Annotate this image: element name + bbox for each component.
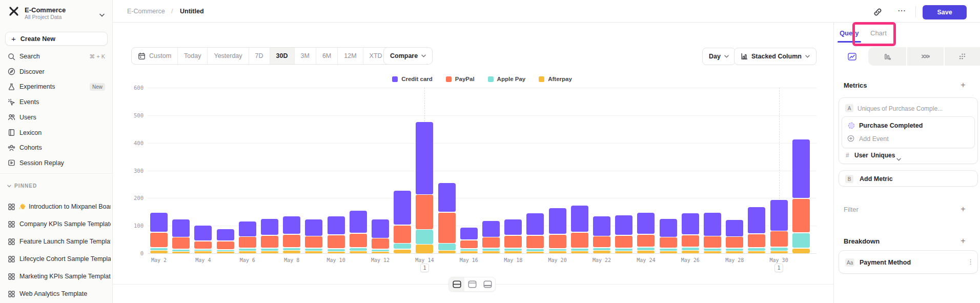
sidebar-item-experiments[interactable]: ExperimentsNew (0, 79, 113, 94)
bar-segment-paypal[interactable] (261, 236, 278, 248)
annotation-badge[interactable]: 1 (420, 264, 429, 272)
bar-segment-apple-pay[interactable] (526, 249, 544, 251)
bar-segment-afterpay[interactable] (726, 251, 743, 253)
bar-segment-paypal[interactable] (770, 231, 788, 247)
sidebar-item-cohorts[interactable]: Cohorts (0, 140, 113, 155)
bar-segment-credit-card[interactable] (660, 219, 677, 237)
bar-segment-apple-pay[interactable] (305, 249, 322, 251)
layout-split-rows-icon[interactable] (449, 277, 464, 291)
bar-segment-apple-pay[interactable] (571, 249, 588, 251)
add-metric-plus-icon[interactable]: + (958, 80, 968, 90)
bar-segment-credit-card[interactable] (593, 216, 610, 235)
breadcrumb-parent[interactable]: E-Commerce (127, 8, 165, 15)
bar-segment-paypal[interactable] (792, 199, 810, 232)
bar-segment-afterpay[interactable] (328, 252, 345, 253)
bar-segment-credit-card[interactable] (394, 191, 411, 225)
bar-segment-paypal[interactable] (660, 237, 677, 248)
pinned-section-header[interactable]: PINNED (7, 183, 37, 189)
add-metric-card[interactable]: B Add Metric (839, 170, 978, 187)
range-3m[interactable]: 3M (294, 48, 316, 64)
pinned-board-item[interactable]: Marketing KPIs Sample Template (0, 269, 113, 284)
bar-segment-afterpay[interactable] (748, 251, 765, 253)
more-options-icon[interactable]: ⋯ (896, 6, 907, 15)
bar-segment-afterpay[interactable] (283, 251, 300, 253)
sidebar-item-discover[interactable]: Discover (0, 65, 113, 79)
bar-segment-afterpay[interactable] (172, 252, 190, 253)
bar-segment-paypal[interactable] (526, 236, 544, 248)
bar-segment-apple-pay[interactable] (748, 248, 765, 251)
compare-button[interactable]: Compare (383, 47, 433, 65)
tab-chart[interactable]: Chart (870, 29, 887, 37)
bar-segment-paypal[interactable] (438, 213, 456, 243)
annotation-badge[interactable]: 1 (774, 264, 783, 272)
bar-segment-paypal[interactable] (748, 234, 765, 247)
agg-type-dropdown[interactable]: Uniques (871, 152, 895, 159)
bar-segment-afterpay[interactable] (504, 251, 522, 253)
bar-segment-credit-card[interactable] (549, 208, 566, 234)
agg-entity-dropdown[interactable]: User (854, 152, 868, 159)
bar-segment-credit-card[interactable] (704, 213, 721, 236)
bar-segment-paypal[interactable] (283, 235, 300, 247)
bar-segment-afterpay[interactable] (704, 251, 721, 253)
bar-segment-paypal[interactable] (305, 236, 322, 248)
bar-segment-afterpay[interactable] (593, 251, 610, 253)
project-name[interactable]: E-Commerce (25, 6, 66, 14)
bar-segment-credit-card[interactable] (372, 219, 389, 238)
bar-segment-apple-pay[interactable] (328, 249, 345, 251)
bar-segment-apple-pay[interactable] (770, 248, 788, 251)
bar-segment-afterpay[interactable] (372, 252, 389, 253)
bar-segment-afterpay[interactable] (460, 251, 478, 253)
metric-name-placeholder[interactable]: Uniques of Purchase Comple... (858, 105, 943, 112)
bar-segment-credit-card[interactable] (682, 213, 699, 234)
interval-dropdown[interactable]: Day (702, 48, 736, 65)
legend-item-afterpay[interactable]: Afterpay (539, 76, 572, 82)
bar-segment-apple-pay[interactable] (726, 249, 743, 251)
bar-segment-credit-card[interactable] (726, 220, 743, 236)
save-button[interactable]: Save (923, 5, 967, 19)
sidebar-item-events[interactable]: Events (0, 95, 113, 109)
bar-segment-paypal[interactable] (637, 235, 655, 247)
bar-segment-afterpay[interactable] (682, 251, 699, 253)
breakdown-card[interactable]: Aa Payment Method ⋮ (839, 250, 978, 274)
layout-top-panel-icon[interactable] (464, 277, 480, 291)
bar-segment-afterpay[interactable] (770, 251, 788, 253)
legend-item-credit-card[interactable]: Credit card (392, 76, 433, 82)
bar-segment-apple-pay[interactable] (438, 244, 456, 250)
bar-segment-afterpay[interactable] (637, 251, 655, 253)
bar-segment-apple-pay[interactable] (593, 248, 610, 250)
bar-segment-credit-card[interactable] (350, 211, 367, 233)
bar-segment-paypal[interactable] (615, 236, 632, 248)
bar-segment-credit-card[interactable] (770, 200, 788, 231)
add-event-label[interactable]: Add Event (859, 135, 889, 143)
bar-segment-afterpay[interactable] (217, 252, 234, 253)
bar-segment-paypal[interactable] (194, 241, 212, 249)
add-filter-plus-icon[interactable]: + (958, 205, 968, 214)
bar-segment-afterpay[interactable] (194, 251, 212, 253)
create-new-button[interactable]: + Create New (5, 32, 108, 46)
chevron-down-icon[interactable] (896, 154, 901, 163)
bar-segment-credit-card[interactable] (305, 219, 322, 236)
pinned-board-item[interactable]: Introduction to Mixpanel Board (0, 199, 113, 214)
layout-bottom-panel-icon[interactable] (480, 277, 495, 291)
bar-segment-credit-card[interactable] (261, 219, 278, 235)
bar-segment-paypal[interactable] (682, 235, 699, 247)
range-7d[interactable]: 7D (249, 48, 270, 64)
pinned-board-item[interactable]: Feature Launch Sample Template (0, 234, 113, 249)
range-today[interactable]: Today (177, 48, 207, 64)
bar-segment-apple-pay[interactable] (615, 249, 632, 251)
bar-segment-apple-pay[interactable] (682, 248, 699, 250)
bar-segment-afterpay[interactable] (482, 251, 500, 253)
bar-segment-paypal[interactable] (350, 234, 367, 247)
pinned-board-item[interactable]: Company KPIs Sample Template (0, 216, 113, 232)
bar-segment-afterpay[interactable] (792, 249, 810, 253)
breadcrumb-current[interactable]: Untitled (180, 8, 204, 15)
sidebar-item-session-replay[interactable]: Session Replay (0, 156, 113, 170)
tab-query[interactable]: Query (840, 29, 859, 37)
sidebar-item-users[interactable]: Users (0, 110, 113, 125)
bar-segment-apple-pay[interactable] (217, 250, 234, 251)
sidebar-item-lexicon[interactable]: Lexicon (0, 126, 113, 140)
bar-segment-credit-card[interactable] (792, 139, 810, 198)
bar-segment-apple-pay[interactable] (704, 249, 721, 251)
bar-segment-paypal[interactable] (150, 233, 168, 248)
chart-type-dropdown[interactable]: Stacked Column (734, 48, 816, 65)
